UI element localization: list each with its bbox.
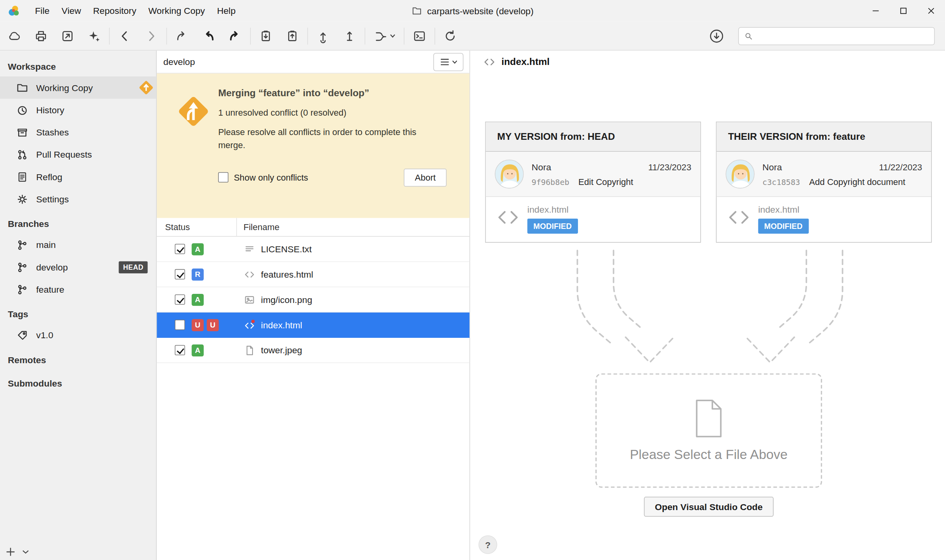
commit-hash: 9f96b8eb (532, 177, 569, 187)
file-row-features[interactable]: R features.html (157, 262, 469, 287)
plus-button[interactable] (6, 547, 15, 556)
code-file-icon (483, 55, 496, 69)
merge-title: Merging “feature” into “develop” (218, 88, 459, 99)
arrow-up-hook-button[interactable] (310, 23, 336, 49)
open-repo-button[interactable] (54, 23, 81, 49)
file-checkbox[interactable] (175, 320, 185, 330)
filename: index.html (261, 320, 302, 330)
terminal-button[interactable] (406, 23, 433, 49)
open-vscode-button[interactable]: Open Visual Studio Code (644, 497, 774, 516)
merge-lines-icon (374, 29, 388, 43)
tag-icon (16, 329, 28, 341)
merge-flow-arrows (560, 249, 862, 373)
sidebar-footer (6, 547, 29, 556)
hamburger-icon (440, 57, 449, 66)
merge-description: Please resolve all conflicts in order to… (218, 126, 444, 152)
row-filename-cell: LICENSE.txt (237, 243, 470, 255)
sidebar-item-settings[interactable]: Settings (0, 188, 156, 210)
sidebar-tag-v10[interactable]: v1.0 (0, 324, 156, 346)
sidebar-branch-main[interactable]: main (0, 234, 156, 256)
window-controls (862, 0, 945, 22)
file-list-header: develop (157, 51, 469, 74)
redo-arrow-button[interactable] (222, 23, 249, 49)
toolbar-separator (166, 27, 167, 44)
search-input[interactable] (757, 31, 930, 40)
sidebar-branch-feature[interactable]: feature (0, 278, 156, 300)
branch-icon (16, 283, 28, 295)
menu-repository[interactable]: Repository (87, 0, 142, 22)
branch-icon (16, 239, 28, 251)
forward-button[interactable] (138, 23, 165, 49)
sidebar-item-stashes[interactable]: Stashes (0, 121, 156, 143)
list-options-button[interactable] (433, 53, 463, 71)
file-row-license[interactable]: A LICENSE.txt (157, 237, 469, 262)
chevron-down-icon[interactable] (22, 550, 29, 554)
file-checkbox[interactable] (175, 345, 185, 355)
row-filename-cell: tower.jpeg (237, 344, 470, 356)
conflict-file-icon (243, 319, 255, 331)
arrow-up-button[interactable] (336, 23, 363, 49)
row-filename-cell: index.html (237, 319, 470, 331)
status-badge-renamed: R (191, 268, 203, 280)
file-icon (243, 344, 255, 356)
gear-icon (16, 193, 28, 205)
sidebar-item-reflog[interactable]: Reflog (0, 166, 156, 188)
branches-header: Branches (0, 210, 156, 234)
their-version-card[interactable]: THEIR VERSION from: feature (716, 122, 932, 243)
refresh-button[interactable] (437, 23, 463, 49)
menu-view[interactable]: View (55, 0, 87, 22)
remotes-header: Remotes (0, 346, 156, 370)
stash-button[interactable] (253, 23, 279, 49)
file-row-index-html[interactable]: U U index.html (157, 312, 469, 338)
commit-info: Nora 11/23/2023 9f96b8eb Edit Copyright (532, 162, 691, 186)
row-status-cell: A (157, 243, 237, 255)
undo-arrow-button[interactable] (195, 23, 222, 49)
file-row-tower[interactable]: A tower.jpeg (157, 338, 469, 363)
cloud-button[interactable] (1, 23, 28, 49)
show-only-conflicts-checkbox[interactable] (218, 172, 228, 183)
main-header: index.html (470, 51, 945, 74)
row-filename-cell: img/icon.png (237, 293, 470, 305)
maximize-button[interactable] (890, 0, 917, 22)
sidebar-item-pull-requests[interactable]: Pull Requests (0, 143, 156, 166)
chevron-down-icon (452, 60, 457, 63)
filename: LICENSE.txt (261, 244, 312, 254)
file-checkbox[interactable] (175, 269, 185, 280)
my-version-commit: Nora 11/23/2023 9f96b8eb Edit Copyright (486, 152, 700, 197)
file-row-icon-png[interactable]: A img/icon.png (157, 287, 469, 312)
filename: tower.jpeg (261, 345, 302, 355)
commit-date: 11/22/2023 (879, 162, 922, 172)
merge-tool-button[interactable] (367, 23, 402, 49)
branch-label: develop (163, 57, 195, 67)
file-list-panel: develop Merging “feature” into “de (157, 51, 470, 560)
text-file-icon (243, 243, 255, 255)
menu-file[interactable]: File (29, 0, 55, 22)
their-version-commit: Nora 11/22/2023 c3c18583 Add Copyright d… (717, 152, 931, 197)
abort-button[interactable]: Abort (404, 168, 446, 187)
close-button[interactable] (917, 0, 945, 22)
back-button[interactable] (111, 23, 138, 49)
menu-help[interactable]: Help (211, 0, 241, 22)
sparkles-button[interactable] (81, 23, 107, 49)
commit-date: 11/23/2023 (648, 162, 691, 172)
file-checkbox[interactable] (175, 294, 185, 305)
drop-zone-text: Please Select a File Above (630, 446, 788, 462)
sidebar-item-working-copy[interactable]: Working Copy (0, 76, 156, 99)
minimize-button[interactable] (862, 0, 890, 22)
printer-button[interactable] (28, 23, 54, 49)
file-checkbox[interactable] (175, 244, 185, 254)
avatar (726, 160, 755, 189)
head-badge: HEAD (119, 261, 148, 273)
my-version-card[interactable]: MY VERSION from: HEAD (485, 122, 701, 243)
filename-column-header: Filename (237, 218, 470, 236)
sidebar-branch-develop[interactable]: develop HEAD (0, 256, 156, 278)
curved-arrow-out-button[interactable] (169, 23, 195, 49)
menubar: File View Repository Working Copy Help (29, 0, 242, 22)
sidebar-item-history[interactable]: History (0, 99, 156, 121)
help-button[interactable]: ? (478, 535, 497, 554)
toolbar-separator (307, 27, 308, 44)
fetch-button[interactable] (703, 23, 730, 49)
unstash-button[interactable] (279, 23, 306, 49)
sidebar-item-label: Working Copy (36, 82, 93, 93)
menu-working-copy[interactable]: Working Copy (142, 0, 211, 22)
